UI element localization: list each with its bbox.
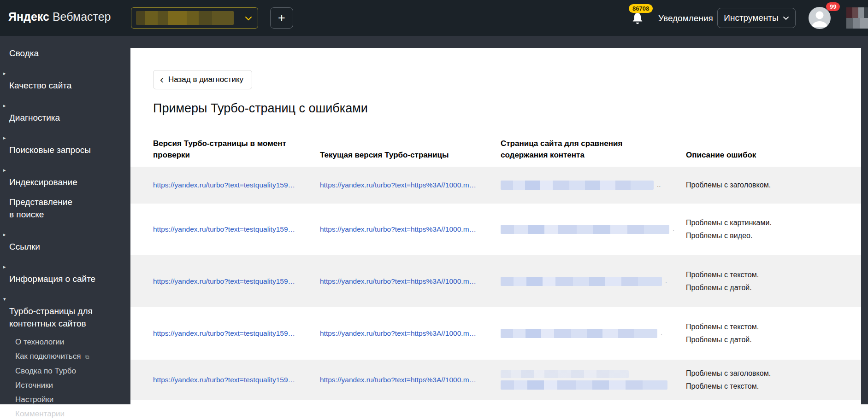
- app-logo[interactable]: Яндекс Вебмастер: [8, 10, 111, 23]
- column-header-checked-version: Версия Турбо-страницы в момент проверки: [153, 138, 320, 161]
- tools-label: Инструменты: [724, 13, 778, 23]
- error-description-cell: Проблемы с заголовком.: [686, 177, 838, 193]
- chevron-right-icon: ▸: [3, 261, 6, 273]
- table-row: https://yandex.ru/turbo?text=testquality…: [130, 167, 861, 204]
- chevron-down-icon: [245, 16, 252, 21]
- top-bar: Яндекс Вебмастер + 86708 Уведомления Инс…: [0, 0, 868, 36]
- turbo-checked-link[interactable]: https://yandex.ru/turbo?text=testquality…: [153, 329, 295, 337]
- submenu-item-o-tehnologii[interactable]: О технологии: [0, 337, 130, 347]
- turbo-current-link[interactable]: https://yandex.ru/turbo?text=https%3A//1…: [320, 329, 476, 337]
- table-row: https://yandex.ru/turbo?text=testquality…: [130, 360, 861, 400]
- sidebar-item-predstavlenie[interactable]: Представление в поиске: [0, 196, 130, 221]
- table-row: https://yandex.ru/turbo?text=testquality…: [130, 255, 861, 307]
- column-header-error-description: Описание ошибок: [686, 149, 838, 161]
- site-name-redacted: [136, 11, 234, 25]
- compare-url-redacted: [501, 380, 667, 390]
- notifications-count-badge: 86708: [629, 4, 653, 13]
- turbo-current-link[interactable]: https://yandex.ru/turbo?text=https%3A//1…: [320, 376, 476, 384]
- submenu-item-istochniki[interactable]: Источники: [0, 380, 130, 391]
- table-body: https://yandex.ru/turbo?text=testquality…: [130, 167, 861, 400]
- turbo-content-submenu: О технологии Как подключиться ⧉ Сводка п…: [0, 337, 130, 420]
- sidebar-item-poiskovye-zaprosy[interactable]: ▸Поисковые запросы: [0, 131, 130, 156]
- bell-icon[interactable]: [631, 12, 644, 25]
- sidebar-item-informaciya[interactable]: ▸Информация о сайте: [0, 260, 130, 285]
- compare-url-redacted: [501, 329, 657, 338]
- add-site-button[interactable]: +: [270, 7, 293, 29]
- chevron-left-icon: ‹: [160, 76, 164, 84]
- submenu-item-kak-podklyuchitsya[interactable]: Как подключиться ⧉: [0, 351, 130, 362]
- notifications-link[interactable]: Уведомления: [658, 13, 713, 23]
- compare-url-redacted: [501, 277, 662, 286]
- table-row: https://yandex.ru/turbo?text=testquality…: [130, 307, 861, 360]
- turbo-current-link[interactable]: https://yandex.ru/turbo?text=https%3A//1…: [320, 181, 476, 189]
- turbo-checked-link[interactable]: https://yandex.ru/turbo?text=testquality…: [153, 225, 295, 233]
- turbo-current-link[interactable]: https://yandex.ru/turbo?text=https%3A//1…: [320, 225, 476, 233]
- turbo-checked-link[interactable]: https://yandex.ru/turbo?text=testquality…: [153, 376, 295, 384]
- page-title: Примеры Турбо-страниц с ошибками: [153, 101, 861, 116]
- compare-url-redacted: [501, 181, 654, 190]
- error-description-cell: Проблемы с картинками. Проблемы с видео.: [686, 215, 838, 244]
- submenu-item-nastroyki[interactable]: Настройки: [0, 395, 130, 405]
- chevron-down-icon: ▾: [3, 293, 6, 305]
- content-panel: ‹ Назад в диагностику Примеры Турбо-стра…: [130, 48, 861, 420]
- compare-url-redacted: [501, 225, 669, 234]
- sidebar-item-indeksirovanie[interactable]: ▸Индексирование: [0, 163, 130, 188]
- sidebar-item-ssylki[interactable]: ▸Ссылки: [0, 228, 130, 253]
- error-description-cell: Проблемы с текстом. Проблемы с датой.: [686, 267, 838, 296]
- sidebar-item-turbo-content[interactable]: ▾Турбо-страницы для контентных сайтов: [0, 292, 130, 330]
- compare-url-redacted: [501, 370, 629, 378]
- sidebar-item-svodka[interactable]: Сводка: [0, 47, 130, 59]
- turbo-checked-link[interactable]: https://yandex.ru/turbo?text=testquality…: [153, 277, 295, 285]
- chevron-right-icon: ▸: [3, 132, 6, 144]
- profile-count-badge: 99: [826, 2, 840, 11]
- column-header-compare-page: Страница сайта для сравнения содержания …: [501, 138, 686, 161]
- turbo-current-link[interactable]: https://yandex.ru/turbo?text=https%3A//1…: [320, 277, 476, 285]
- error-description-cell: Проблемы с текстом. Проблемы с датой.: [686, 319, 838, 348]
- table-header-row: Версия Турбо-страницы в момент проверки …: [153, 138, 861, 161]
- chevron-right-icon: ▸: [3, 164, 6, 176]
- sidebar-nav: Сводка ▸Качество сайта ▸Диагностика ▸Пои…: [0, 36, 130, 420]
- back-to-diagnostics-button[interactable]: ‹ Назад в диагностику: [153, 70, 252, 89]
- submenu-item-svodka-po-turbo[interactable]: Сводка по Турбо: [0, 366, 130, 376]
- table-row: https://yandex.ru/turbo?text=testquality…: [130, 204, 861, 255]
- chevron-down-icon: [783, 16, 789, 20]
- chevron-right-icon: ▸: [3, 99, 6, 112]
- logo-yandex: Яндекс: [8, 10, 49, 23]
- error-description-cell: Проблемы с заголовком. Проблемы с тексто…: [686, 365, 838, 395]
- site-selector-dropdown[interactable]: [131, 7, 258, 29]
- tools-dropdown-button[interactable]: Инструменты: [717, 8, 796, 28]
- back-button-label: Назад в диагностику: [168, 75, 243, 84]
- submenu-item-kommentarii[interactable]: Комментарии: [0, 409, 130, 419]
- username-redacted: [846, 7, 868, 29]
- chevron-right-icon: ▸: [3, 67, 6, 80]
- sidebar-item-kachestvo[interactable]: ▸Качество сайта: [0, 67, 130, 92]
- turbo-checked-link[interactable]: https://yandex.ru/turbo?text=testquality…: [153, 181, 295, 189]
- user-avatar[interactable]: [809, 7, 831, 29]
- sidebar-item-diagnostika[interactable]: ▸Диагностика: [0, 99, 130, 124]
- logo-webmaster: Вебмастер: [53, 10, 111, 23]
- external-link-icon: ⧉: [85, 354, 89, 360]
- column-header-current-version: Текущая версия Турбо-страницы: [320, 149, 501, 161]
- chevron-right-icon: ▸: [3, 228, 6, 241]
